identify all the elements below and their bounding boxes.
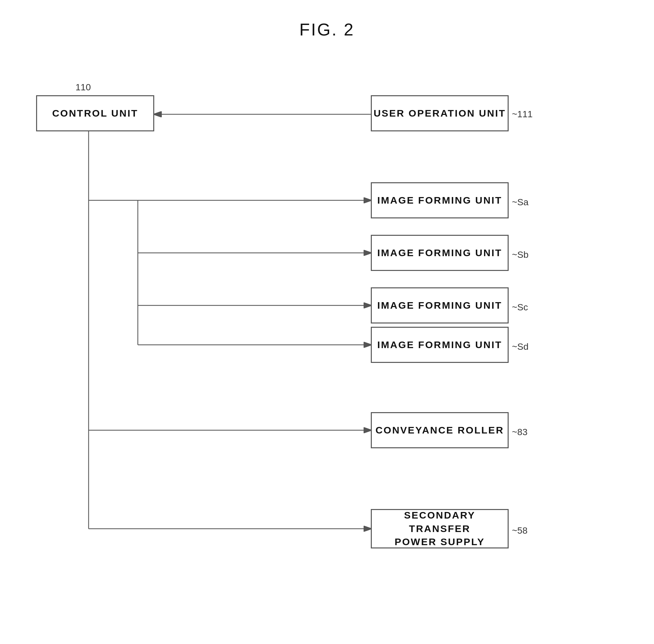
image-forming-sb-box: IMAGE FORMING UNIT	[371, 235, 509, 271]
page-title: FIG. 2	[299, 20, 355, 40]
arrows-svg	[26, 59, 628, 618]
control-unit-ref: 110	[75, 82, 91, 93]
image-forming-sa-box: IMAGE FORMING UNIT	[371, 182, 509, 218]
image-forming-sa-ref: ~Sa	[512, 197, 529, 208]
image-forming-sd-box: IMAGE FORMING UNIT	[371, 327, 509, 363]
secondary-transfer-ref: ~58	[512, 525, 528, 536]
user-operation-unit-ref: ~111	[512, 109, 533, 119]
image-forming-sc-box: IMAGE FORMING UNIT	[371, 288, 509, 323]
image-forming-sc-ref: ~Sc	[512, 302, 528, 313]
control-unit-box: CONTROL UNIT	[36, 95, 154, 131]
conveyance-roller-box: CONVEYANCE ROLLER	[371, 412, 509, 448]
diagram-container: CONTROL UNIT 110 USER OPERATION UNIT ~11…	[26, 59, 628, 618]
user-operation-unit-box: USER OPERATION UNIT	[371, 95, 509, 131]
image-forming-sd-ref: ~Sd	[512, 342, 529, 352]
conveyance-roller-ref: ~83	[512, 427, 528, 437]
secondary-transfer-box: SECONDARY TRANSFER POWER SUPPLY	[371, 509, 509, 548]
image-forming-sb-ref: ~Sb	[512, 250, 529, 260]
